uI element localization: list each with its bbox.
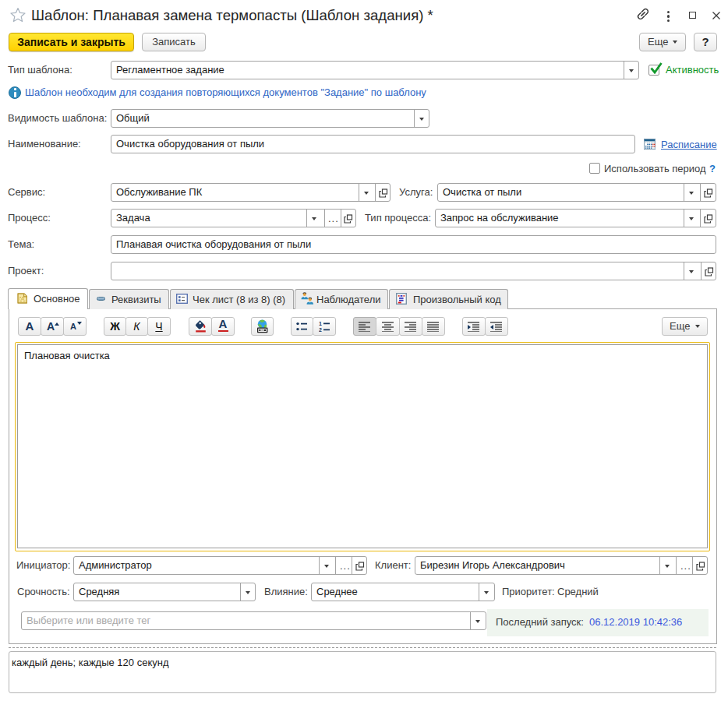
svg-text:2: 2 — [319, 327, 322, 333]
svg-text:1: 1 — [319, 321, 322, 326]
